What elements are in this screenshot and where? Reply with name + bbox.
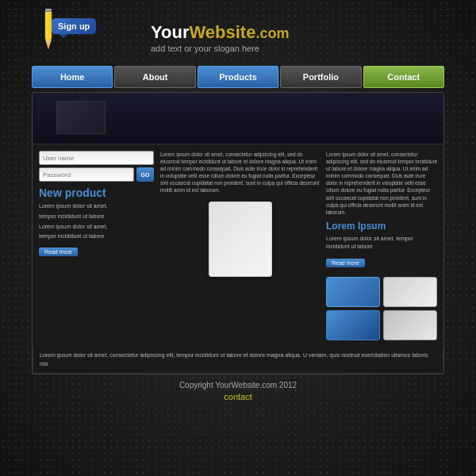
lorem-ipsum-title: Lorem Ipsum [326,221,437,232]
login-form: GO [39,151,154,182]
new-product-text3: Lorem ipsum dolor sit amet, [39,223,154,231]
middle-column: Lorem ipsum dolor sit amet, consectetur … [160,151,320,340]
nav-products-label: Products [219,72,257,82]
nav-bar: Home About Products Portfolio Contact [32,66,444,88]
nav-home-label: Home [60,72,85,82]
nav-portfolio[interactable]: Portfolio [280,66,361,88]
grid-buttons [326,277,437,340]
nav-portfolio-label: Portfolio [303,72,339,82]
new-product-text4: tempor incididunt ut labore [39,232,154,240]
go-label: GO [141,172,150,178]
middle-text: Lorem ipsum dolor sit amet, consectetur … [160,151,320,194]
hero-banner [33,93,443,144]
svg-rect-1 [46,10,48,40]
new-product-title: New product [39,186,154,199]
site-title-dotcom: .com [255,25,289,41]
pencil-icon [40,8,57,52]
signup-label: Sign up [58,21,90,31]
password-row: GO [39,167,154,182]
right-lorem-text: Lorem ipsum dolor sit amet, tempor incid… [326,235,437,251]
nav-about[interactable]: About [114,66,195,88]
contact-link[interactable]: contact [32,392,444,401]
left-column: GO New product Lorem ipsum dolor sit ame… [39,151,154,340]
grid-btn-1[interactable] [326,277,380,307]
svg-marker-3 [47,44,50,49]
header: Sign up YourWebsite.com add text or your… [32,8,444,66]
password-input[interactable] [39,167,134,182]
nav-contact[interactable]: Contact [363,66,444,88]
signup-area: Sign up [32,14,135,62]
site-title: YourWebsite.com [151,23,444,42]
new-product-text2: tempor incididunt ut labore [39,213,154,221]
username-row [39,151,154,165]
read-more-button-right[interactable]: Read more [326,259,365,267]
new-product-text1: Lorem ipsum dolor sit amet, [39,202,154,210]
go-button[interactable]: GO [136,167,154,182]
nav-products[interactable]: Products [198,66,278,88]
nav-about-label: About [143,72,168,82]
grid-btn-4[interactable] [383,310,437,340]
svg-rect-5 [46,9,52,10]
main-container: Sign up YourWebsite.com add text or your… [32,8,444,401]
copyright-text: Copyright YourWebsite.com 2012 [32,381,444,390]
username-input[interactable] [39,151,154,165]
nav-contact-label: Contact [387,72,420,82]
tagline-area: YourWebsite.com add text or your slogan … [143,23,444,53]
nav-home[interactable]: Home [32,66,113,88]
grid-btn-2[interactable] [383,277,437,307]
read-more-button-left[interactable]: Read more [39,248,78,256]
content-area: GO New product Lorem ipsum dolor sit ame… [33,144,443,347]
inner-footer: Lorem ipsum dolor sit amet, consectetur … [33,347,443,374]
signup-button[interactable]: Sign up [52,18,96,34]
slogan: add text or your slogan here [151,44,444,53]
right-text-top: Lorem ipsum dolor sit amet, consectetur … [326,151,437,216]
footer-paragraph: Lorem ipsum dolor sit amet, consectetur … [40,351,436,368]
outer-background: Sign up YourWebsite.com add text or your… [0,0,476,476]
website-mockup: GO New product Lorem ipsum dolor sit ame… [32,92,444,374]
product-image-placeholder [209,202,272,277]
outer-footer: Copyright YourWebsite.com 2012 contact [32,381,444,401]
right-column: Lorem ipsum dolor sit amet, consectetur … [326,151,437,340]
site-title-your: Your [151,22,189,42]
site-title-website: Website [189,22,255,42]
grid-btn-3[interactable] [326,310,380,340]
